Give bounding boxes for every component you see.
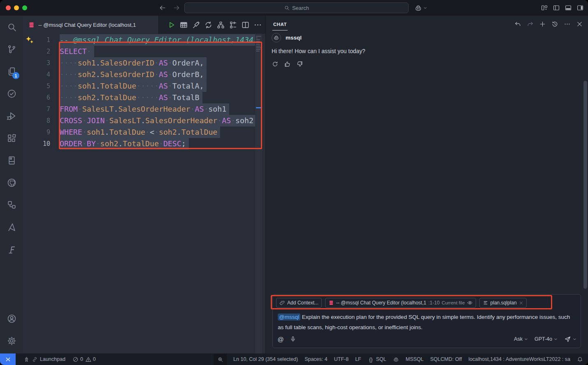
activity-item-settings[interactable] [0, 330, 23, 352]
close-panel-icon[interactable] [576, 21, 583, 28]
new-chat-icon[interactable] [539, 21, 546, 28]
status-launchpad[interactable]: Launchpad [23, 356, 65, 363]
chat-tab[interactable]: CHAT [272, 18, 288, 30]
add-context-button[interactable]: Add Context... [276, 298, 322, 308]
line-number: 6 [23, 94, 50, 101]
code-line-6[interactable]: 6····soh2.TotalDue·····AS·TotalB [23, 92, 255, 103]
chat-input-container: Add Context... -- @mssql Chat Query Edit… [272, 294, 581, 348]
chat-history-icon[interactable] [551, 21, 558, 28]
split-editor-icon[interactable] [241, 21, 250, 29]
toggle-secondary-sidebar-icon[interactable] [576, 4, 584, 12]
more-actions-icon[interactable] [253, 21, 262, 29]
model-picker-dropdown[interactable]: GPT-4o [535, 336, 558, 342]
line-number: 2 [23, 48, 50, 55]
editor-tab[interactable]: -- @mssql Chat Query Editor (localhost,1 [23, 16, 159, 34]
toggle-panel-icon[interactable] [565, 4, 572, 12]
navigate-forward-icon[interactable] [173, 4, 180, 12]
status-mssql-extension[interactable]: MSSQL [406, 356, 424, 362]
code-line-10[interactable]: 10ORDER·BY·soh2.TotalDue·DESC; [23, 138, 255, 150]
status-cursor-position[interactable]: Ln 10, Col 29 (354 selected) [233, 356, 298, 362]
close-window-button[interactable] [6, 5, 11, 10]
code-line-7[interactable]: 7FROM·SalesLT.SalesOrderHeader·AS·soh1 [23, 103, 255, 115]
retry-icon[interactable] [272, 61, 279, 68]
code-editor[interactable]: 1-- @mssql Chat Query Editor (localhost,… [23, 34, 265, 353]
activity-item-github[interactable] [0, 171, 23, 194]
activity-item-azure[interactable] [0, 216, 23, 238]
status-problems[interactable]: 00 [72, 356, 96, 363]
actual-plan-icon[interactable] [229, 21, 237, 29]
status-language-mode[interactable]: {}SQL [368, 356, 386, 363]
status-indentation[interactable]: Spaces: 4 [304, 356, 328, 362]
status-bar: Launchpad00 Ln 10, Col 29 (354 selected)… [0, 353, 588, 365]
activity-item-notebooks[interactable] [0, 149, 23, 171]
selected-code-text: ····soh2.SalesOrderID·AS·OrderB, [60, 69, 207, 80]
activity-item-tasks-check[interactable] [0, 82, 23, 105]
activity-item-search[interactable] [0, 16, 23, 38]
status-label: SQL [376, 356, 386, 362]
more-actions-icon[interactable] [564, 21, 571, 28]
undo-request-icon[interactable] [514, 21, 521, 28]
activity-item-fabric[interactable] [0, 238, 23, 260]
redo-request-icon[interactable] [527, 21, 534, 28]
status-sqlcmd-mode[interactable]: SQLCMD: Off [430, 356, 462, 362]
customize-layout-icon[interactable] [541, 4, 548, 12]
line-number: 8 [23, 117, 50, 124]
code-line-9[interactable]: 9WHERE·soh1.TotalDue·<·soh2.TotalDue [23, 126, 255, 138]
selected-code-text: CROSS·JOIN·SalesLT.SalesOrderHeader·AS·s… [60, 115, 255, 126]
chat-scrollbar[interactable] [583, 81, 587, 289]
status-label: Spaces: 4 [304, 356, 328, 362]
code-line-2[interactable]: 2SELECT· [23, 46, 255, 57]
mention-chip: @mssql [278, 314, 300, 321]
status-encoding[interactable]: UTF-8 [334, 356, 349, 362]
send-button[interactable] [564, 336, 576, 343]
github-icon [7, 178, 17, 188]
remove-chip-icon[interactable] [519, 301, 523, 305]
status-end-of-line[interactable]: LF [355, 356, 361, 362]
activity-item-accounts[interactable] [0, 307, 23, 330]
activity-item-run-and-debug[interactable] [0, 105, 23, 127]
status-label: LF [355, 356, 361, 362]
status-connection-info[interactable]: localhost,1434 : AdventureWorksLT2022 : … [468, 356, 570, 362]
copilot-menu[interactable] [414, 4, 427, 12]
eye-icon[interactable] [467, 300, 473, 306]
estimated-plan-icon[interactable] [216, 21, 225, 29]
context-chip-current-file[interactable]: -- @mssql Chat Query Editor (localhost,1… [325, 298, 476, 308]
run-query-icon[interactable] [167, 21, 176, 29]
activity-bar: 1 [0, 16, 23, 353]
account-icon [7, 314, 17, 324]
line-number: 1 [23, 36, 50, 44]
disconnect-icon[interactable] [192, 21, 200, 29]
status-zoom-indicator[interactable] [214, 353, 227, 365]
code-line-5[interactable]: 5····soh1.TotalDue·····AS·TotalA, [23, 80, 255, 92]
chat-mode-dropdown[interactable]: Ask [514, 336, 528, 342]
activity-item-explorer-pages[interactable]: 1 [0, 60, 23, 82]
change-connection-icon[interactable] [204, 21, 213, 29]
microphone-icon[interactable] [290, 336, 296, 342]
activity-item-extensions[interactable] [0, 127, 23, 149]
minimize-window-button[interactable] [14, 5, 19, 10]
context-chip-plan-file[interactable]: plan.sqlplan [479, 298, 527, 308]
status-label: Launchpad [40, 356, 65, 362]
results-grid-icon[interactable] [179, 21, 188, 29]
command-center-search[interactable]: Search [184, 2, 409, 13]
warning-icon [85, 356, 91, 363]
code-line-1[interactable]: 1-- @mssql Chat Query Editor (localhost,… [23, 34, 255, 46]
toggle-primary-sidebar-icon[interactable] [553, 4, 560, 12]
context-file-title: -- @mssql Chat Query Editor (localhost,1 [336, 300, 426, 306]
status-copilot-status[interactable] [393, 356, 399, 363]
status-notifications[interactable] [577, 356, 583, 363]
chat-input-text[interactable]: @mssql Explain the execution plan for th… [278, 312, 576, 332]
navigate-back-icon[interactable] [159, 4, 166, 12]
activity-item-source-control[interactable] [0, 38, 23, 60]
minimap[interactable] [255, 34, 262, 353]
code-line-3[interactable]: 3····soh1.SalesOrderID·AS·OrderA, [23, 57, 255, 69]
status-remote-indicator[interactable] [0, 353, 16, 365]
zoom-window-button[interactable] [22, 5, 27, 10]
code-line-4[interactable]: 4····soh2.SalesOrderID·AS·OrderB, [23, 69, 255, 80]
thumbs-down-icon[interactable] [296, 61, 303, 68]
mention-context-icon[interactable]: @ [277, 335, 284, 343]
thumbs-up-icon[interactable] [284, 61, 291, 68]
activity-item-connections[interactable] [0, 194, 23, 216]
status-label: localhost,1434 : AdventureWorksLT2022 : … [468, 356, 570, 362]
code-line-8[interactable]: 8CROSS·JOIN·SalesLT.SalesOrderHeader·AS·… [23, 115, 255, 126]
